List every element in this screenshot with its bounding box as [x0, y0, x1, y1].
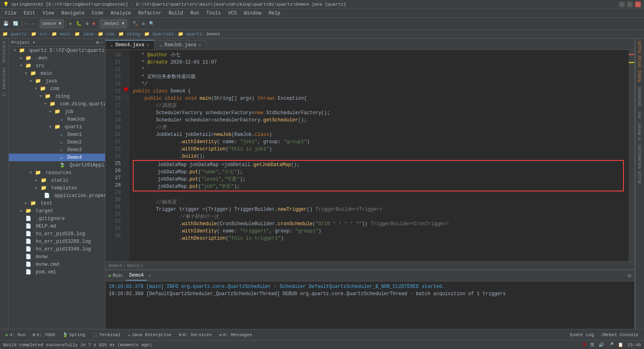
messages-toolbar-item[interactable]: ✉ 0: Messages	[216, 331, 255, 338]
keyboard-layout[interactable]: 英	[590, 342, 594, 348]
minimize-btn[interactable]: —	[619, 2, 625, 7]
search-btn[interactable]: 🔍	[147, 20, 156, 27]
tree-item-demo2[interactable]: ☕ Demo2	[9, 138, 105, 146]
tree-item-quartz01app[interactable]: 🍃 Quartz01Applicatio...	[9, 161, 105, 169]
gear-icon[interactable]: ⚙	[96, 40, 99, 45]
tab-close-run[interactable]: ✕	[149, 273, 151, 278]
run-tab-label[interactable]: Run:	[113, 273, 124, 279]
tree-item-quartz-pkg[interactable]: ▼ 📁 quartz	[9, 123, 105, 131]
tree-item-demo1[interactable]: ☕ Demo1	[9, 131, 105, 138]
tree-item-pomxml[interactable]: 📄 pom.xml	[9, 268, 105, 276]
bc-java[interactable]: 📁 java	[74, 31, 93, 37]
maven-tool[interactable]: m Maven	[636, 121, 643, 142]
menu-vcs[interactable]: VCS	[225, 10, 240, 17]
build-btn[interactable]: 🔨	[131, 20, 140, 27]
tree-item-mvn[interactable]: ▶ 📁 .mvn	[9, 54, 105, 62]
tree-label: com	[49, 86, 61, 92]
tree-item-helpmd[interactable]: 📄 HELP.md	[9, 222, 105, 230]
tree-item-src[interactable]: ▼ 📁 src	[9, 62, 105, 70]
tree-item-log1[interactable]: 📄 hs_err_pid520.log	[9, 230, 105, 238]
tree-item-java[interactable]: ▼ 📁 java	[9, 77, 105, 85]
menu-view[interactable]: View	[39, 10, 58, 17]
tree-item-test[interactable]: ▶ 📁 test	[9, 199, 105, 207]
menu-help[interactable]: Help	[265, 10, 283, 17]
close-btn[interactable]: ✕	[635, 2, 641, 7]
tree-item-mvnw[interactable]: 📄 mvnw	[9, 253, 105, 261]
bc-src[interactable]: 📁 src	[31, 31, 47, 37]
tree-item-demo3[interactable]: ☕ Demo3	[9, 146, 105, 154]
run-coverage-btn[interactable]: ⚙	[84, 20, 90, 27]
terminal-toolbar-item[interactable]: ⬛ Terminal	[89, 331, 124, 338]
bc-quartz[interactable]: 📁 quartz	[2, 31, 27, 37]
tree-item-gitignore[interactable]: 📄 .gitignore	[9, 215, 105, 222]
tree-item-appprops[interactable]: 📄 application.propertie...	[9, 192, 105, 199]
tree-item-com[interactable]: ▼ 📁 com	[9, 85, 105, 92]
todo-toolbar-item[interactable]: ⊞ 6: TODO	[29, 331, 58, 338]
jrebel-console-item[interactable]: JRebel Console	[598, 332, 642, 338]
jrebel-dropdown[interactable]: JRebel ▼	[100, 19, 127, 28]
menu-file[interactable]: File	[2, 10, 20, 17]
minimize-sidebar-icon[interactable]: —	[100, 40, 103, 45]
menu-code[interactable]: Code	[89, 10, 107, 17]
maximize-btn[interactable]: □	[627, 2, 633, 7]
tree-item-mvnwcmd[interactable]: 📄 mvnw.cmd	[9, 261, 105, 268]
tab-demo4-run[interactable]: Demo4	[126, 271, 147, 281]
bc-quartz01[interactable]: 📁 quartz01	[144, 31, 173, 37]
bc-main[interactable]: 📁 main	[52, 31, 70, 37]
bc-demo4[interactable]: Demo4	[206, 32, 220, 37]
menu-run[interactable]: Run	[187, 10, 202, 17]
menu-analyze[interactable]: Analyze	[107, 10, 134, 17]
tree-item-log3[interactable]: 📄 hs_err_pid13348.log	[9, 245, 105, 253]
stop-btn[interactable]: ■	[91, 21, 97, 27]
run-config-dropdown[interactable]: Demo4 ▼	[40, 19, 64, 28]
tree-item-templates[interactable]: ▶ 📁 templates	[9, 184, 105, 192]
rebuild-btn[interactable]: ♻	[140, 20, 147, 27]
sync-btn[interactable]: 🔄	[11, 20, 20, 27]
structure-tool[interactable]: Structure	[1, 39, 8, 65]
bc-quartz-pkg[interactable]: 📁 quartz	[178, 31, 202, 37]
tree-item-static[interactable]: ▶ 📁 static	[9, 177, 105, 184]
tree-item-main[interactable]: ▼ 📁 main	[9, 70, 105, 77]
menu-tools[interactable]: Tools	[203, 10, 224, 17]
menu-navigate[interactable]: Navigate	[58, 10, 88, 17]
tab-demo4[interactable]: ☕ Demo4.java ✕	[105, 40, 155, 49]
bc-zking[interactable]: 📁 zking	[118, 31, 140, 37]
menu-edit[interactable]: Edit	[21, 10, 39, 17]
services-toolbar-item[interactable]: ⚙ 8: Services	[175, 331, 215, 338]
event-log-item[interactable]: Event Log	[567, 332, 597, 338]
tree-item-job[interactable]: ▼ 📁 job	[9, 108, 105, 115]
tree-item-ramjob[interactable]: ☕ RamJob	[9, 115, 105, 123]
code-content[interactable]: * @author 小七 * @create 2020-12-03 11:07 …	[130, 50, 629, 261]
run-toolbar-item[interactable]: ▶ 4: Run	[2, 331, 29, 338]
menu-build[interactable]: Build	[165, 10, 186, 17]
ant-tool[interactable]: Ant	[636, 109, 643, 121]
tab-close-icon[interactable]: ✕	[147, 43, 149, 47]
menu-window[interactable]: Window	[241, 10, 264, 17]
tree-item-zking[interactable]: ▼ 📁 zking	[9, 92, 105, 100]
java-enterprise-toolbar-item[interactable]: ☕ Java Enterprise	[125, 331, 175, 338]
tree-item-demo4[interactable]: ☕ Demo4	[9, 154, 105, 161]
back-btn[interactable]: ←	[24, 21, 30, 27]
tree-label: java	[44, 78, 59, 84]
settings-icon[interactable]: ⚙	[628, 272, 631, 279]
forward-btn[interactable]: →	[31, 21, 37, 27]
favorites-tool[interactable]: 2: Favorites	[1, 65, 8, 99]
run-btn[interactable]: ▶	[68, 20, 74, 27]
tree-item-quartz01-pkg[interactable]: ▼ 📁 com.zking.quartz01	[9, 100, 105, 108]
menu-refactor[interactable]: Refactor	[135, 10, 165, 17]
spring-toolbar-item[interactable]: 🍃 Spring	[59, 331, 89, 338]
bc-com[interactable]: 📁 com	[98, 31, 114, 37]
save-all-btn[interactable]: 💾	[2, 20, 10, 27]
tree-item-target[interactable]: ▶ 📁 target	[9, 207, 105, 215]
build-auto-tool[interactable]: Build Automation	[636, 142, 643, 186]
tree-item-log2[interactable]: 📄 hs_err_pid13280.log	[9, 238, 105, 245]
tree-item-resources[interactable]: ▼ 📁 resources	[9, 169, 105, 177]
debug-btn[interactable]: 🐛	[74, 20, 83, 27]
tab-close-icon[interactable]: ✕	[199, 43, 201, 47]
code-editor[interactable]: 1011121314 1516171819 2021222324 2526272…	[105, 50, 634, 261]
tab-ramjob[interactable]: ☕ RamJob.java ✕	[155, 40, 206, 49]
tree-item-quartz[interactable]: ▼ 📁 quartz E:\Y2\Quartz\quartz	[9, 47, 105, 54]
rebel-setup-guide-tool[interactable]: Rebel Setup Guide	[636, 39, 643, 84]
project-header-label[interactable]: Project ▾	[11, 40, 35, 45]
database-tool[interactable]: Database	[636, 84, 643, 109]
